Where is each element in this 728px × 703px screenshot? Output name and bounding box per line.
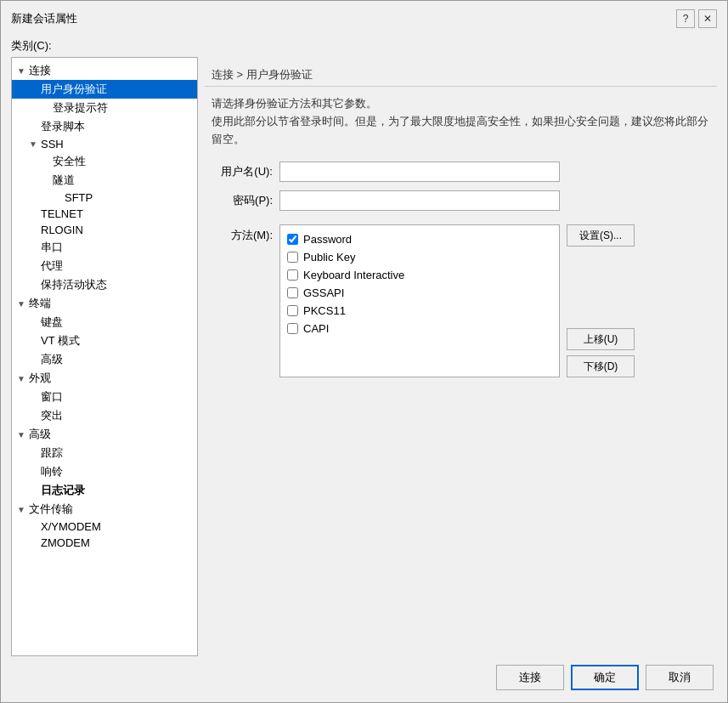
tree-item-telnet[interactable]: TELNET: [12, 206, 197, 222]
username-input[interactable]: [279, 162, 560, 182]
tree-item-lian-jie[interactable]: ▼连接: [12, 61, 197, 80]
dialog-body: ▼连接用户身份验证登录提示符登录脚本▼SSH安全性隧道SFTPTELNETRLO…: [1, 57, 727, 656]
title-bar-buttons: ? ✕: [676, 9, 717, 28]
tree-item-sftp[interactable]: SFTP: [12, 190, 197, 206]
tree-item-wai-guan[interactable]: ▼外观: [12, 369, 197, 388]
tree-item-label: VT 模式: [41, 333, 80, 349]
method-list: PasswordPublic KeyKeyboard InteractiveGS…: [279, 224, 560, 377]
expander-icon: ▼: [17, 505, 29, 514]
tree-item-label: 键盘: [41, 315, 63, 330]
setup-button[interactable]: 设置(S)...: [567, 224, 635, 247]
method-label-gssapi: GSSAPI: [303, 286, 344, 299]
expander-icon: ▼: [17, 430, 29, 439]
tree-item-zmodem[interactable]: ZMODEM: [12, 535, 197, 551]
tree-item-label: ZMODEM: [41, 536, 90, 549]
method-item-password: Password: [287, 230, 552, 248]
tree-item-label: 终端: [29, 296, 51, 311]
tree-item-zhong-duan[interactable]: ▼终端: [12, 294, 197, 313]
tree-item-dai-li[interactable]: 代理: [12, 257, 197, 275]
title-bar: 新建会话属性 ? ✕: [1, 1, 727, 33]
method-item-capi: CAPI: [287, 320, 552, 337]
dialog: 新建会话属性 ? ✕ 类别(C): ▼连接用户身份验证登录提示符登录脚本▼SSH…: [0, 0, 728, 703]
tree-item-tu-chu[interactable]: 突出: [12, 406, 197, 425]
cancel-button[interactable]: 取消: [646, 665, 714, 690]
tree-item-ssh[interactable]: ▼SSH: [12, 136, 197, 152]
tree-item-label: 连接: [29, 63, 51, 78]
content-panel: 连接 > 用户身份验证 请选择身份验证方法和其它参数。 使用此部分以节省登录时间…: [205, 57, 717, 656]
tree-item-label: 登录脚本: [41, 119, 85, 134]
tree-item-label: 隧道: [53, 173, 75, 188]
method-label-public-key: Public Key: [303, 251, 355, 264]
connect-button[interactable]: 连接: [496, 665, 564, 690]
method-item-public-key: Public Key: [287, 248, 552, 266]
tree-item-label: 响铃: [41, 464, 63, 479]
tree-item-bao-chi-huo-dong-zhuang-tai[interactable]: 保持活动状态: [12, 275, 197, 294]
dialog-title: 新建会话属性: [11, 11, 77, 26]
method-buttons: 设置(S)... 上移(U) 下移(D): [567, 224, 635, 377]
tree-item-rlogin[interactable]: RLOGIN: [12, 222, 197, 238]
breadcrumb: 连接 > 用户身份验证: [205, 64, 717, 87]
tree-item-gao-ji-zhong-duan[interactable]: 高级: [12, 350, 197, 369]
tree-item-label: 外观: [29, 371, 51, 386]
password-row: 密码(P):: [205, 190, 717, 211]
method-checkbox-keyboard-interactive[interactable]: [287, 269, 298, 281]
help-button[interactable]: ?: [676, 9, 695, 28]
expander-icon: ▼: [17, 66, 29, 76]
method-label-pkcs11: PKCS11: [303, 304, 346, 317]
expander-icon: ▼: [17, 374, 29, 383]
password-label: 密码(P):: [212, 193, 279, 208]
method-item-gssapi: GSSAPI: [287, 284, 552, 302]
tree-panel: ▼连接用户身份验证登录提示符登录脚本▼SSH安全性隧道SFTPTELNETRLO…: [11, 57, 198, 656]
tree-item-label: 高级: [29, 427, 51, 442]
tree-item-xy-modem[interactable]: X/YMODEM: [12, 519, 197, 535]
tree-item-wen-jian-chuan-shu[interactable]: ▼文件传输: [12, 500, 197, 519]
tree-item-label: 窗口: [41, 389, 63, 405]
tree-item-label: 高级: [41, 352, 63, 367]
method-list-container: PasswordPublic KeyKeyboard InteractiveGS…: [279, 224, 635, 377]
tree-item-chuang-kou[interactable]: 窗口: [12, 388, 197, 406]
username-row: 用户名(U):: [205, 162, 717, 182]
tree-item-sui-dao[interactable]: 隧道: [12, 171, 197, 190]
method-checkbox-capi[interactable]: [287, 323, 298, 334]
down-button[interactable]: 下移(D): [567, 355, 635, 377]
tree-item-label: TELNET: [41, 207, 83, 220]
tree-item-label: 安全性: [53, 154, 86, 169]
tree-item-xiang-ling[interactable]: 响铃: [12, 462, 197, 481]
tree-item-label: 登录提示符: [53, 100, 108, 116]
tree-item-deng-lu-ti-shi-fu[interactable]: 登录提示符: [12, 99, 197, 117]
tree-item-vt-mo-shi[interactable]: VT 模式: [12, 332, 197, 350]
method-checkbox-pkcs11[interactable]: [287, 305, 298, 316]
method-item-keyboard-interactive: Keyboard Interactive: [287, 266, 552, 284]
tree-item-label: X/YMODEM: [41, 520, 101, 533]
method-label-password: Password: [303, 233, 352, 246]
tree-item-label: 跟踪: [41, 445, 63, 461]
tree-item-label: 突出: [41, 408, 63, 423]
method-checkbox-password[interactable]: [287, 234, 298, 245]
tree-item-label: 串口: [41, 240, 63, 255]
tree-item-ri-zhi-ji-lu[interactable]: 日志记录: [12, 481, 197, 500]
method-label: 方法(M):: [212, 224, 279, 243]
tree-item-label: SFTP: [65, 191, 93, 204]
expander-icon: ▼: [17, 299, 29, 309]
category-label: 类别(C):: [1, 33, 727, 57]
tree-item-label: 日志记录: [41, 483, 85, 498]
tree-item-an-quan-xing[interactable]: 安全性: [12, 152, 197, 171]
tree-item-label: 代理: [41, 258, 63, 274]
tree-item-label: 保持活动状态: [41, 277, 107, 292]
tree-item-chuan-kou[interactable]: 串口: [12, 238, 197, 257]
tree-item-label: 文件传输: [29, 502, 73, 517]
method-checkbox-gssapi[interactable]: [287, 287, 298, 298]
ok-button[interactable]: 确定: [571, 665, 639, 690]
username-label: 用户名(U):: [212, 164, 279, 179]
tree-item-label: SSH: [41, 138, 64, 150]
up-button[interactable]: 上移(U): [567, 328, 635, 350]
tree-item-deng-lu-jiao-ben[interactable]: 登录脚本: [12, 117, 197, 136]
method-checkbox-public-key[interactable]: [287, 252, 298, 263]
expander-icon: ▼: [29, 139, 41, 149]
close-button[interactable]: ✕: [698, 9, 717, 28]
tree-item-jian-pan[interactable]: 键盘: [12, 313, 197, 332]
password-input[interactable]: [279, 190, 560, 211]
tree-item-yong-hu-shen-fen-yan-zheng[interactable]: 用户身份验证: [12, 80, 197, 99]
tree-item-gao-ji[interactable]: ▼高级: [12, 425, 197, 444]
tree-item-gen-zong[interactable]: 跟踪: [12, 444, 197, 462]
